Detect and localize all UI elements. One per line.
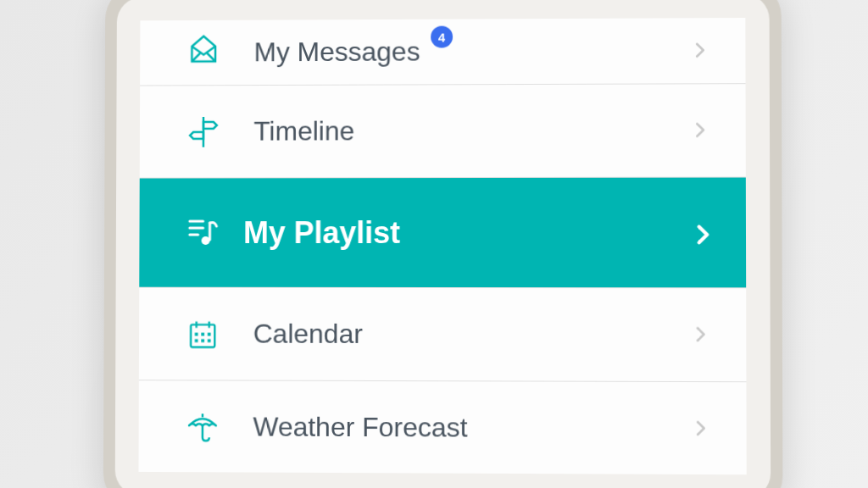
menu-item-messages[interactable]: My Messages 4 — [140, 18, 745, 86]
svg-rect-8 — [195, 332, 198, 336]
umbrella-icon — [182, 407, 223, 447]
envelope-icon — [183, 32, 224, 73]
chevron-right-icon — [692, 324, 712, 345]
screen: My Messages 4 — [138, 18, 746, 474]
menu-item-label: Weather Forecast — [253, 412, 691, 445]
menu-item-calendar[interactable]: Calendar — [139, 288, 747, 383]
chevron-right-icon — [691, 120, 711, 141]
device-bezel: My Messages 4 — [115, 0, 771, 488]
menu-item-label: My Messages 4 — [254, 35, 691, 68]
menu-item-label: Calendar — [253, 319, 692, 351]
menu-item-timeline[interactable]: Timeline — [140, 84, 746, 178]
menu-item-label: Timeline — [253, 114, 691, 147]
badge: 4 — [431, 26, 453, 48]
svg-point-4 — [202, 236, 210, 245]
chevron-right-icon — [691, 41, 711, 61]
svg-rect-10 — [208, 332, 211, 336]
menu-list: My Messages 4 — [138, 18, 746, 474]
chevron-right-icon — [691, 222, 711, 242]
calendar-icon — [182, 313, 223, 354]
svg-rect-11 — [195, 339, 198, 342]
menu-item-playlist[interactable]: My Playlist — [139, 178, 746, 289]
music-list-icon — [183, 213, 224, 253]
signpost-icon — [183, 111, 224, 152]
device-frame: My Messages 4 — [103, 0, 783, 488]
svg-rect-9 — [201, 332, 204, 336]
menu-item-label: My Playlist — [243, 214, 691, 250]
menu-item-weather[interactable]: Weather Forecast — [138, 380, 746, 474]
svg-rect-12 — [201, 339, 204, 342]
svg-rect-5 — [191, 324, 214, 347]
svg-rect-13 — [208, 339, 211, 342]
chevron-right-icon — [692, 419, 712, 439]
